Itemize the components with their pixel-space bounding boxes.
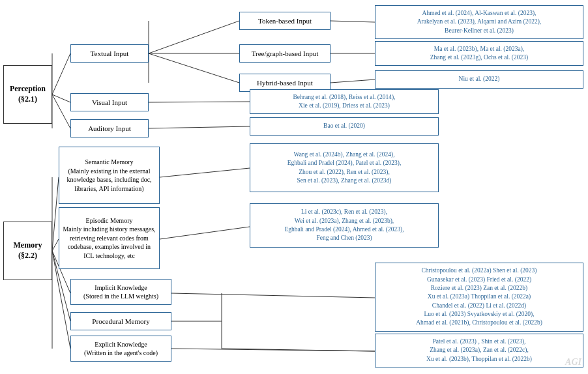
episodic-refs: Li et al. (2023c), Ren et al. (2023),Wei… <box>250 203 439 248</box>
hybrid-refs-text: Niu et al. (2022) <box>459 75 500 83</box>
svg-line-25 <box>171 349 375 351</box>
episodic-memory-node: Episodic MemoryMainly including history … <box>59 207 160 269</box>
auditory-input-node: Auditory Input <box>70 119 149 137</box>
svg-line-10 <box>331 79 375 83</box>
explicit-label: Explicit Knowledge(Written in the agent'… <box>84 340 158 358</box>
implicit-label: Implicit Knowledge(Stored in the LLM wei… <box>83 283 158 301</box>
auditory-refs-text: Bao et al. (2020) <box>323 122 365 130</box>
semantic-label: Semantic Memory(Mainly existing in the e… <box>62 158 156 193</box>
procedural-memory-node: Procedural Memory <box>70 312 171 330</box>
procedural-label: Procedural Memory <box>92 317 149 326</box>
svg-line-21 <box>171 293 375 298</box>
token-refs: Ahmed et al. (2024), Al-Kaswan et al. (2… <box>375 5 583 39</box>
auditory-refs: Bao et al. (2020) <box>250 117 439 136</box>
perception-label: Perception (§2.1) <box>10 84 46 104</box>
implicit-knowledge-node: Implicit Knowledge(Stored in the LLM wei… <box>70 279 171 305</box>
hybrid-label: Hybrid-based Input <box>257 78 313 87</box>
token-input-node: Token-based Input <box>239 12 331 30</box>
implicit-refs-text: Christopoulou et al. (2022a) Shen et al.… <box>416 266 542 327</box>
svg-line-12 <box>149 126 250 128</box>
episodic-label: Episodic MemoryMainly including history … <box>62 216 156 261</box>
svg-line-0 <box>52 53 70 94</box>
memory-label: Memory (§2.2) <box>14 240 42 261</box>
explicit-refs: Patel et al. (2023) , Shin et al. (2023)… <box>375 334 583 367</box>
semantic-refs-text: Wang et al. (2024b), Zhang et al. (2024)… <box>287 151 402 185</box>
diagram: Perception (§2.1) Memory (§2.2) Textual … <box>0 0 588 374</box>
tree-refs: Ma et al. (2023b), Ma et al. (2023a),Zha… <box>375 41 583 66</box>
svg-line-11 <box>149 102 250 102</box>
svg-line-13 <box>52 177 59 251</box>
tree-input-node: Tree/graph-based Input <box>239 44 331 63</box>
visual-label: Visual Input <box>92 98 127 107</box>
auditory-label: Auditory Input <box>88 124 131 133</box>
perception-node: Perception (§2.1) <box>3 65 52 124</box>
visual-refs-text: Behrang et al. (2018), Reiss et al. (201… <box>293 93 396 111</box>
textual-input-node: Textual Input <box>70 44 149 63</box>
tree-label: Tree/graph-based Input <box>252 49 319 58</box>
svg-line-4 <box>149 21 239 53</box>
episodic-refs-text: Li et al. (2023c), Ren et al. (2023),Wei… <box>284 208 404 242</box>
textual-label: Textual Input <box>91 49 129 58</box>
svg-line-1 <box>52 94 70 102</box>
semantic-memory-node: Semantic Memory(Mainly existing in the e… <box>59 147 160 204</box>
watermark: AGI <box>565 357 581 367</box>
explicit-knowledge-node: Explicit Knowledge(Written in the agent'… <box>70 336 171 362</box>
svg-line-2 <box>52 94 70 128</box>
memory-node: Memory (§2.2) <box>3 222 52 280</box>
svg-line-8 <box>331 21 375 22</box>
visual-input-node: Visual Input <box>70 93 149 111</box>
svg-line-19 <box>160 168 250 177</box>
svg-line-24 <box>222 349 375 351</box>
token-refs-text: Ahmed et al. (2024), Al-Kaswan et al. (2… <box>417 9 541 35</box>
svg-line-20 <box>160 227 250 239</box>
svg-line-6 <box>149 53 239 83</box>
token-label: Token-based Input <box>258 16 312 25</box>
visual-refs: Behrang et al. (2018), Reiss et al. (201… <box>250 89 439 114</box>
semantic-refs: Wang et al. (2024b), Zhang et al. (2024)… <box>250 143 439 192</box>
tree-refs-text: Ma et al. (2023b), Ma et al. (2023a),Zha… <box>430 45 528 63</box>
explicit-refs-text: Patel et al. (2023) , Shin et al. (2023)… <box>426 338 532 364</box>
implicit-refs: Christopoulou et al. (2022a) Shen et al.… <box>375 263 583 332</box>
svg-line-14 <box>52 239 59 251</box>
hybrid-refs: Niu et al. (2022) <box>375 70 583 89</box>
